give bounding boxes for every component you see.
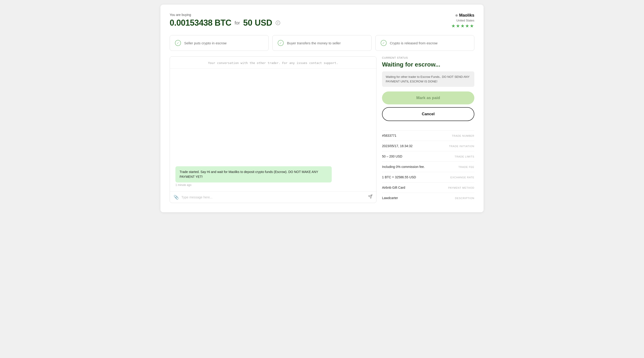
trade-detail-value: #5833771 xyxy=(382,134,396,137)
user-stars: ★★★★★ xyxy=(451,23,474,29)
trade-detail-row: #5833771 TRADE NUMBER xyxy=(382,130,474,141)
step-3-label: Crypto is released from escrow xyxy=(390,41,438,46)
steps-row: ✓ Seller puts crypto in escrow ✓ Buyer t… xyxy=(170,35,474,51)
step-2-check: ✓ xyxy=(278,40,284,46)
step-1-check: ✓ xyxy=(175,40,181,46)
chat-bubble-system: Trade started. Say Hi and wait for Maoli… xyxy=(176,166,332,182)
trade-detail-value: Lawdcarter xyxy=(382,196,398,200)
system-message-container: Trade started. Say Hi and wait for Maoli… xyxy=(176,166,371,187)
trade-detail-label: TRADE NUMBER xyxy=(452,134,474,137)
trade-detail-label: TRADE FEE xyxy=(458,166,474,168)
trade-detail-label: TRADE LIMITS xyxy=(455,155,474,158)
trade-amount: 0.00153438 BTC for 50 USD i xyxy=(170,18,280,28)
username: Maoliks xyxy=(459,13,474,18)
send-icon[interactable] xyxy=(368,194,372,200)
chat-messages: Trade started. Say Hi and wait for Maoli… xyxy=(170,69,376,191)
trade-detail-label: PAYMENT METHOD xyxy=(448,186,474,189)
current-status-label: CURRENT STATUS xyxy=(382,56,474,59)
trade-detail-value: 50 – 200 USD xyxy=(382,155,402,158)
page-container: You are buying 0.00153438 BTC for 50 USD… xyxy=(160,5,484,212)
trade-details: #5833771 TRADE NUMBER 2023/05/17, 16:34:… xyxy=(382,130,474,203)
step-2-label: Buyer transfers the money to seller xyxy=(287,41,341,46)
step-1-label: Seller puts crypto in escrow xyxy=(184,41,226,46)
chat-area: Your conversation with the other trader.… xyxy=(170,56,376,203)
trade-detail-row: Including 0% commission fee. TRADE FEE xyxy=(382,161,474,172)
user-online-dot xyxy=(456,14,458,17)
trade-detail-row: 50 – 200 USD TRADE LIMITS xyxy=(382,151,474,161)
cancel-button[interactable]: Cancel xyxy=(382,107,474,121)
for-label: for xyxy=(234,20,240,26)
chat-header-note: Your conversation with the other trader.… xyxy=(170,57,376,69)
you-are-buying-label: You are buying xyxy=(170,13,280,17)
trade-detail-row: Lawdcarter DESCRIPTION xyxy=(382,193,474,203)
attachment-icon[interactable]: 📎 xyxy=(174,195,179,200)
trade-detail-label: TRADE INITIATION xyxy=(449,145,474,148)
status-note: Waiting for other trader to Escrow Funds… xyxy=(382,71,474,87)
user-indicator: Maoliks xyxy=(456,13,474,18)
header-right: Maoliks United States ★★★★★ xyxy=(451,13,474,29)
trade-detail-row: Airbnb Gift Card PAYMENT METHOD xyxy=(382,182,474,193)
btc-amount: 0.00153438 BTC xyxy=(170,18,231,28)
info-icon[interactable]: i xyxy=(276,21,280,25)
trade-detail-label: DESCRIPTION xyxy=(455,197,474,200)
trade-detail-row: 2023/05/17, 16:34:32 TRADE INITIATION xyxy=(382,141,474,151)
mark-paid-button[interactable]: Mark as paid xyxy=(382,92,474,104)
status-heading: Waiting for escrow... xyxy=(382,61,474,68)
right-panel: CURRENT STATUS Waiting for escrow... Wai… xyxy=(382,56,474,203)
trade-detail-value: Including 0% commission fee. xyxy=(382,165,425,169)
main-content: Your conversation with the other trader.… xyxy=(170,56,474,203)
trade-detail-row: 1 BTC = 32586.55 USD EXCHANGE RATE xyxy=(382,172,474,182)
header-left: You are buying 0.00153438 BTC for 50 USD… xyxy=(170,13,280,28)
trade-detail-label: EXCHANGE RATE xyxy=(450,176,474,179)
trade-detail-value: 1 BTC = 32586.55 USD xyxy=(382,175,416,179)
chat-input-row: 📎 xyxy=(170,191,376,203)
trade-detail-value: Airbnb Gift Card xyxy=(382,186,405,189)
header: You are buying 0.00153438 BTC for 50 USD… xyxy=(170,13,474,29)
step-2-card: ✓ Buyer transfers the money to seller xyxy=(272,35,372,51)
user-country: United States xyxy=(456,19,474,22)
usd-amount: 50 USD xyxy=(243,18,272,28)
step-3-card: ✓ Crypto is released from escrow xyxy=(375,35,474,51)
chat-timestamp: 1 minute ago xyxy=(176,183,371,187)
chat-input[interactable] xyxy=(182,195,365,199)
trade-detail-value: 2023/05/17, 16:34:32 xyxy=(382,144,412,148)
step-1-card: ✓ Seller puts crypto in escrow xyxy=(170,35,269,51)
step-3-check: ✓ xyxy=(381,40,387,46)
